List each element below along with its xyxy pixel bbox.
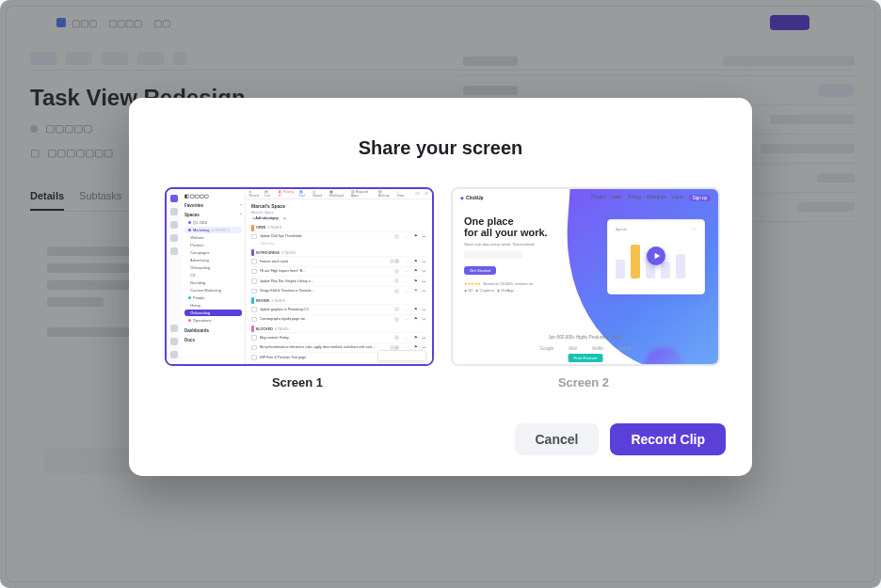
screen-1-label: Screen 1 [165,374,430,389]
screen-option-1[interactable]: ◧ ▢▢▢▢ Favorites▾ Spaces▾ Q1 2024 Market… [165,186,430,389]
screen-option-2[interactable]: ◆ClickUp Product Learn Pricing Enterpris… [451,186,716,389]
screen-2-label: Screen 2 [451,374,716,389]
email-input [464,251,522,259]
record-clip-button[interactable]: Record Clip [610,422,726,454]
dialog-actions: Cancel Record Clip [155,422,726,454]
screens-container: ◧ ▢▢▢▢ Favorites▾ Spaces▾ Q1 2024 Market… [155,186,726,389]
screen-2-thumbnail: ◆ClickUp Product Learn Pricing Enterpris… [451,186,720,365]
cancel-button[interactable]: Cancel [515,422,600,454]
share-screen-dialog: Share your screen ◧ ▢▢▢▢ Favorites▾ Spac… [129,97,752,475]
screen-1-thumbnail: ◧ ▢▢▢▢ Favorites▾ Spaces▾ Q1 2024 Market… [165,186,434,365]
dialog-title: Share your screen [155,136,726,158]
play-icon [647,246,665,264]
